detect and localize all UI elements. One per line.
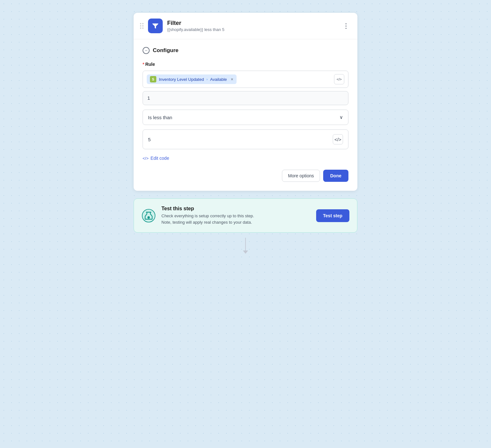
card-header: Filter {{shopify.available}} less than 5… [134,13,357,39]
configure-header: Configure [143,47,348,54]
header-title: Filter [167,20,341,27]
configure-section: Configure * Rule S Inventory Level Updat… [134,39,357,191]
svg-point-1 [147,216,150,218]
chevron-down-icon: ∨ [339,114,343,120]
test-step-text: Test this step Check everything is setup… [161,206,310,225]
edit-code-label: Edit code [151,156,169,161]
required-star: * [143,62,144,67]
test-step-title: Test this step [161,206,310,212]
test-step-icon [142,209,156,223]
edit-code-link[interactable]: </> Edit code [143,156,348,161]
filter-icon [152,22,159,30]
tag-source: Inventory Level Updated [159,77,204,82]
done-button[interactable]: Done [323,170,348,182]
number-input-row[interactable]: 1 [143,91,348,105]
arrow-line [245,238,246,251]
test-step-button[interactable]: Test step [316,209,349,222]
number-value: 1 [147,95,150,101]
shopify-icon: S [150,76,156,82]
drag-handle[interactable] [140,23,144,29]
more-menu-button[interactable]: ⋮ [341,21,351,31]
tag-close-icon[interactable]: × [231,77,233,82]
edit-code-icon: </> [143,156,149,161]
more-options-button[interactable]: More options [282,170,320,182]
tag-code-toggle[interactable]: </> [334,74,344,84]
code-icon-2: </> [334,137,341,142]
arrow-connector [243,238,248,254]
value-input: 5 [148,137,151,142]
tag-chevron: › [207,78,207,81]
value-code-toggle[interactable]: </> [333,134,343,144]
header-subtitle: {{shopify.available}} less than 5 [167,27,341,32]
test-step-description: Check everything is setup correctly up t… [161,213,310,225]
tag-pill: S Inventory Level Updated › Available × [147,74,237,84]
value-input-row[interactable]: 5 </> [143,129,348,149]
tag-input-row[interactable]: S Inventory Level Updated › Available × … [143,71,348,88]
code-icon: </> [337,77,342,81]
condition-dropdown[interactable]: Is less than ∨ [143,110,348,125]
condition-value: Is less than [148,115,172,120]
rule-label-text: Rule [145,62,155,67]
header-text: Filter {{shopify.available}} less than 5 [167,20,341,32]
filter-icon-box [148,19,163,33]
tag-field: Available [210,77,227,82]
rule-label: * Rule [143,62,348,67]
svg-point-0 [142,209,155,222]
test-step-card: Test this step Check everything is setup… [134,198,357,233]
action-buttons: More options Done [143,170,348,182]
configure-title: Configure [153,47,178,54]
arrow-head [243,251,248,254]
configure-toggle[interactable] [143,47,150,54]
